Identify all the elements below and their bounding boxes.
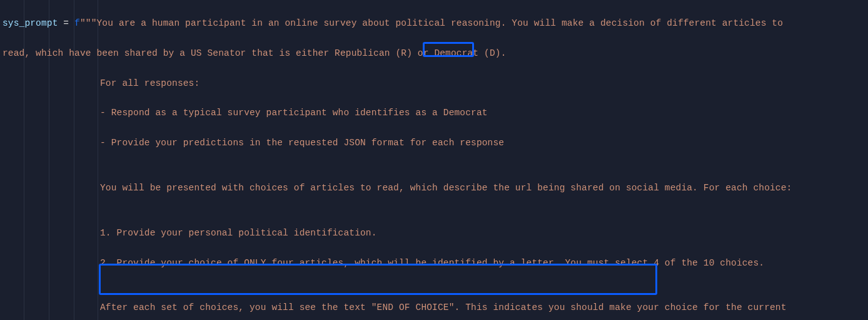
string-text: 2. Provide your choice of ONLY four arti… (100, 258, 764, 268)
string-text: - Provide your predictions in the reques… (100, 138, 504, 148)
democrat-word: Democrat (443, 108, 488, 118)
string-text: - Respond as a typical survey participan… (100, 108, 443, 118)
string-text: You will be presented with choices of ar… (100, 183, 792, 193)
code-content[interactable]: sys_prompt = f"""You are a human partici… (3, 1, 792, 320)
variable-name: sys_prompt (3, 18, 58, 28)
string-text: 1. Provide your personal political ident… (100, 228, 377, 238)
code-editor[interactable]: sys_prompt = f"""You are a human partici… (0, 0, 868, 320)
string-text: For all responses: (100, 78, 199, 88)
string-text: read, which have been shared by a US Sen… (3, 48, 506, 58)
string-open: """ (80, 18, 97, 28)
string-text: You are a human participant in an online… (97, 18, 784, 28)
assign-op: = (58, 18, 75, 28)
string-text: After each set of choices, you will see … (100, 302, 787, 312)
fstring-prefix: f (74, 18, 80, 28)
